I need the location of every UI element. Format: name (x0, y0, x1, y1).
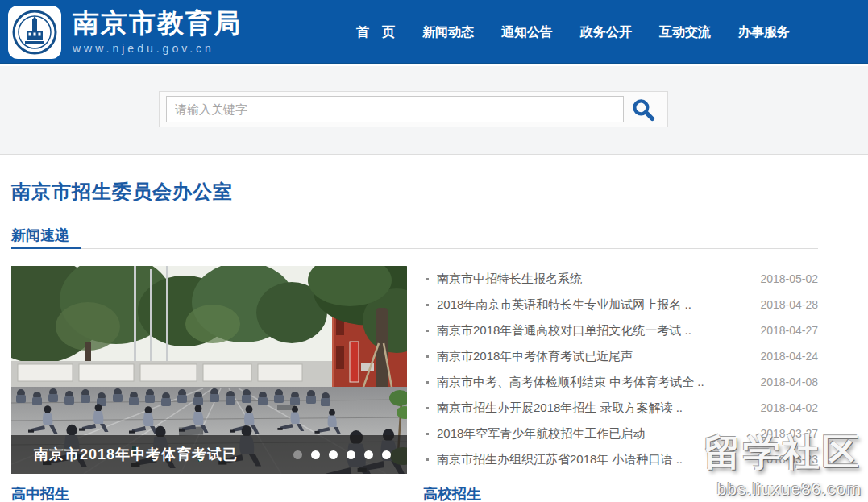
site-header: 南京市教育局 www.njedu.gov.cn 首 页 新闻动态 通知公告 政务… (0, 0, 868, 64)
news-date: 2018-03-27 (760, 427, 818, 440)
carousel-dot[interactable] (382, 450, 391, 459)
bullet-icon (426, 330, 429, 332)
tab-news-express[interactable]: 新闻速递 (11, 226, 69, 245)
search-input[interactable] (166, 96, 624, 122)
site-name: 南京市教育局 (73, 9, 242, 38)
news-row: 2018年空军青少年航校招生工作已启动 2018-03-27 (423, 421, 818, 446)
nav-item-home[interactable]: 首 页 (343, 24, 409, 41)
carousel-dot[interactable] (311, 450, 320, 459)
search-icon (630, 97, 656, 122)
watermark-url: bbs.liuxue86.com (704, 479, 862, 499)
bullet-icon (426, 407, 429, 409)
news-link[interactable]: 2018年空军青少年航校招生工作已启动 (437, 426, 752, 442)
news-date: 2018-04-02 (760, 401, 818, 414)
bullet-icon (426, 433, 429, 435)
news-date: 2018-04-28 (760, 298, 818, 311)
search-button[interactable] (624, 93, 662, 126)
search-box (159, 91, 668, 127)
site-logo[interactable] (8, 6, 61, 59)
carousel-dot[interactable] (329, 450, 338, 459)
bullet-icon (426, 278, 429, 280)
carousel-dot[interactable] (347, 450, 355, 459)
news-row: 南京市2018年普通高校对口单招文化统一考试 .. 2018-04-27 (423, 317, 818, 343)
news-date: 2018-05-02 (760, 272, 818, 285)
news-link[interactable]: 南京市中招特长生报名系统 (437, 272, 752, 287)
news-date: 2018-03-23 (760, 453, 818, 466)
news-date: 2018-04-24 (760, 350, 818, 363)
bullet-icon (426, 304, 429, 306)
carousel-dots (293, 450, 391, 459)
news-link[interactable]: 南京市招生办组织江苏省2018年 小语种口语 .. (437, 452, 752, 467)
news-row: 南京市招生办开展2018年招生 录取方案解读 .. 2018-04-02 (423, 395, 818, 421)
bullet-icon (426, 458, 429, 461)
site-url: www.njedu.gov.cn (73, 42, 242, 55)
news-link[interactable]: 南京市中考、高考体检顺利结束 中考体育考试全 .. (437, 375, 752, 390)
news-row: 南京市招生办组织江苏省2018年 小语种口语 .. 2018-03-23 (423, 446, 818, 472)
carousel-dot[interactable] (364, 450, 373, 459)
news-row: 南京市2018年中考体育考试已近尾声 2018-04-24 (423, 343, 818, 369)
nav-item-interaction[interactable]: 互动交流 (646, 24, 725, 41)
nanjing-education-emblem-icon (11, 9, 58, 56)
news-carousel[interactable]: 南京市2018年中考体育考试已 (11, 266, 407, 474)
nav-item-services[interactable]: 办事服务 (725, 24, 804, 41)
section-title-highschool[interactable]: 高中招生 (11, 484, 69, 502)
section-title-university[interactable]: 高校招生 (423, 484, 481, 502)
bullet-icon (426, 381, 429, 384)
tab-active-underline (11, 247, 81, 249)
news-row: 南京市中招特长生报名系统 2018-05-02 (423, 266, 818, 292)
nav-item-news[interactable]: 新闻动态 (409, 24, 488, 41)
main-nav: 首 页 新闻动态 通知公告 政务公开 互动交流 办事服务 (343, 0, 804, 64)
news-link[interactable]: 南京市2018年普通高校对口单招文化统一考试 .. (437, 323, 752, 338)
tab-divider (11, 248, 818, 249)
search-band (0, 66, 868, 155)
news-date: 2018-04-27 (760, 324, 818, 337)
news-row: 2018年南京市英语和特长生专业加试网上报名 .. 2018-04-28 (423, 292, 818, 317)
news-link[interactable]: 2018年南京市英语和特长生专业加试网上报名 .. (437, 297, 752, 313)
news-link[interactable]: 南京市招生办开展2018年招生 录取方案解读 .. (437, 400, 752, 416)
news-row: 南京市中考、高考体检顺利结束 中考体育考试全 .. 2018-04-08 (423, 369, 818, 395)
bullet-icon (426, 355, 429, 358)
carousel-dot[interactable] (293, 450, 302, 459)
nav-item-notices[interactable]: 通知公告 (488, 24, 567, 41)
news-link[interactable]: 南京市2018年中考体育考试已近尾声 (437, 349, 752, 364)
news-list: 南京市中招特长生报名系统 2018-05-02 2018年南京市英语和特长生专业… (423, 266, 818, 472)
nav-item-gov-affairs[interactable]: 政务公开 (567, 24, 646, 41)
carousel-caption[interactable]: 南京市2018年中考体育考试已 (34, 445, 238, 464)
page-title: 南京市招生委员会办公室 (11, 179, 233, 205)
news-date: 2018-04-08 (760, 375, 818, 388)
